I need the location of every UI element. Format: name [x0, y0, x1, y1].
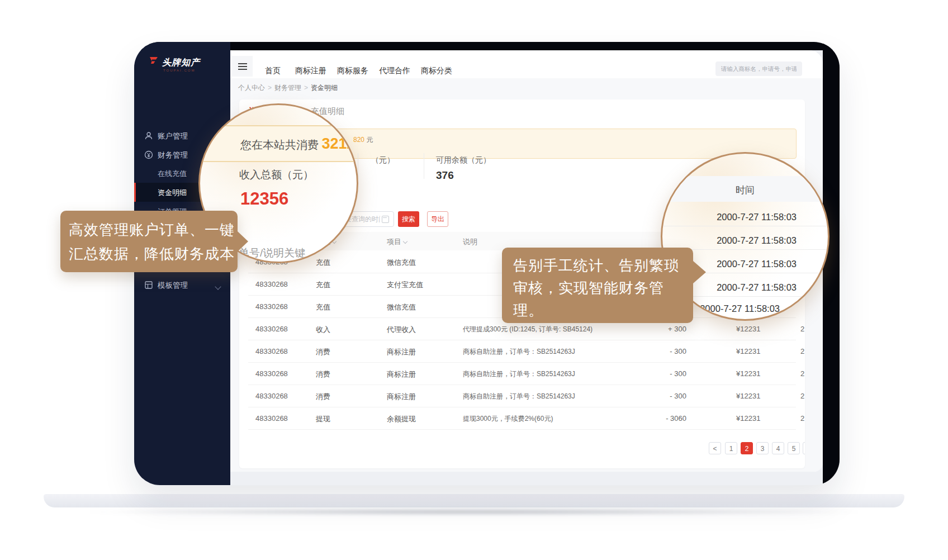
logo-title: 头牌知产 [162, 57, 200, 69]
tab-home[interactable]: 首页 [265, 66, 281, 76]
table-row[interactable]: 48330268 提现 余额提现 提现3000元，手续费2%(60元) - 30… [248, 407, 796, 430]
active-indicator [134, 183, 136, 202]
chevron-down-icon [216, 282, 220, 291]
stat-divider [424, 153, 424, 179]
magnified-time-cell: 2000-7-27 11:58:03 [701, 235, 797, 246]
logo-icon [149, 56, 159, 68]
calendar-icon [382, 216, 389, 223]
laptop-base-shadow [84, 509, 864, 515]
header-project[interactable]: 项目 [387, 237, 407, 247]
row-divider [662, 226, 828, 226]
middle-stat-label: （元） [371, 155, 395, 165]
search-button[interactable]: 搜索 [398, 211, 419, 227]
sidebar-item-templates[interactable]: 模板管理 [134, 276, 230, 295]
pager-page-1[interactable]: 1 [725, 442, 737, 454]
logo-subtitle: TOUPAI.COM [163, 69, 195, 72]
pager-prev-button[interactable]: < [709, 442, 721, 454]
pager-page-5[interactable]: 5 [788, 442, 800, 454]
tab-classification[interactable]: 商标分类 [421, 66, 452, 76]
sidebar-item-label: 模板管理 [158, 281, 188, 291]
callout-right: 告别手工统计、告别繁琐 审核，实现智能财务管 理。 [502, 248, 693, 323]
pager-next-button[interactable]: > [803, 442, 805, 454]
breadcrumb: 个人中心>财务管理>资金明细 [238, 83, 338, 93]
tab-trademark-reg[interactable]: 商标注册 [295, 66, 326, 76]
tab-agent-coop[interactable]: 代理合作 [379, 66, 410, 76]
magnified-time-cell: 2000-7-27 11:58:03 [701, 212, 797, 222]
callout-left: 高效管理账户订单、一键 汇总数据，降低财务成本 [60, 211, 238, 272]
magnified-time-cell: 2000-7-27 11:58:03 [701, 259, 797, 269]
pager-page-2-active[interactable]: 2 [741, 442, 753, 454]
pager-page-4[interactable]: 4 [772, 442, 784, 454]
menu-toggle[interactable] [232, 56, 253, 77]
hamburger-icon [238, 63, 247, 72]
trademark-search-input[interactable] [715, 61, 802, 76]
magnified-income-label: 收入总额（元） [239, 168, 314, 182]
finance-icon [144, 150, 153, 159]
magnified-income-value: 12356 [240, 189, 288, 209]
sort-caret-icon [403, 239, 407, 244]
user-icon [144, 131, 153, 140]
sidebar-item-label: 账户管理 [158, 131, 188, 141]
table-row[interactable]: 48330268 消费 商标注册 商标自助注册，订单号：SB2514263J -… [248, 362, 796, 385]
balance-label: 可用余额（元） [436, 155, 491, 165]
logo: 头牌知产 TOUPAI.COM [149, 56, 159, 70]
sidebar-item-label: 财务管理 [158, 150, 188, 160]
pager-page-3[interactable]: 3 [756, 442, 769, 454]
balance-value: 376 [436, 169, 454, 182]
screenshot-stage: 头牌知产 TOUPAI.COM 账户管理 财务管理 [0, 0, 948, 560]
banner-visible-text: 820 元 [353, 135, 373, 145]
magnified-time-cell: 2000-7-27 11:58:03 [701, 282, 797, 293]
table-row[interactable]: 48330268 消费 商标注册 商标自助注册，订单号：SB2514263J -… [248, 340, 796, 363]
bezel-top [134, 42, 840, 50]
callout-right-arrow [693, 261, 706, 283]
bezel-right [823, 42, 840, 485]
callout-left-arrow [238, 231, 248, 251]
magnified-banner-text: 您在本站共消费 32124 [240, 135, 358, 153]
header-description: 说明 [463, 237, 477, 247]
tab-trademark-svc[interactable]: 商标服务 [337, 66, 368, 76]
export-button[interactable]: 导出 [427, 211, 448, 227]
top-navbar: 首页 商标注册 商标服务 代理合作 商标分类 [230, 50, 823, 79]
magnified-time-header: 时间 [662, 184, 828, 197]
template-icon [144, 281, 153, 290]
breadcrumb-strip: 个人中心>财务管理>资金明细 [230, 78, 823, 96]
table-row[interactable]: 48330268 消费 商标注册 商标自助注册，订单号：SB2514263J -… [248, 385, 796, 407]
laptop-base [44, 494, 904, 507]
